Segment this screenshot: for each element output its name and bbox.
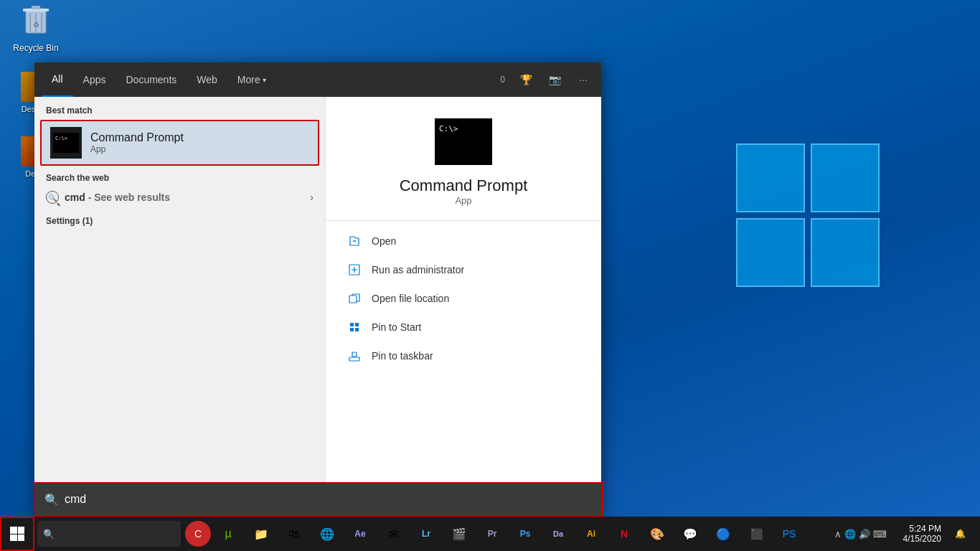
action-pin-taskbar-label: Pin to taskbar (372, 350, 433, 362)
system-icons: ∧ 🌐 🔊 ⌨ (834, 529, 887, 540)
taskbar-app-blender[interactable]: 🔵 (707, 518, 739, 550)
taskbar-app-cortana[interactable]: C (185, 521, 211, 547)
action-pin-start-label: Pin to Start (372, 321, 421, 333)
taskbar-app-mail[interactable]: ✉ (377, 518, 409, 550)
search-tabs-bar: All Apps Documents Web More ▾ 0 🏆 📷 ··· (34, 62, 601, 97)
taskbar-app-illustrator[interactable]: Ai (575, 518, 607, 550)
desktop: ♻ Recycle Bin Desktop Demo All Apps Docu… (0, 0, 980, 551)
recycle-bin-label: Recycle Bin (13, 43, 58, 53)
svg-rect-9 (350, 323, 354, 326)
more-options-icon[interactable]: ··· (573, 69, 594, 90)
search-web-section: Search the web 🔍 cmd - See web results › (34, 166, 325, 210)
windows-logo-icon (10, 527, 24, 541)
tab-badge: 0 (500, 75, 505, 85)
tab-web[interactable]: Web (187, 62, 227, 97)
action-open[interactable]: Open (326, 227, 601, 255)
notification-button[interactable]: 🔔 (946, 518, 974, 550)
search-input[interactable] (65, 493, 593, 506)
action-run-admin-label: Run as administrator (372, 264, 464, 276)
svg-rect-10 (355, 323, 359, 326)
svg-rect-13 (349, 357, 359, 361)
trophy-icon[interactable]: 🏆 (515, 69, 537, 90)
taskbar: 🔍 C µ 📁 🛍 🌐 Ae ✉ Lr (0, 517, 980, 551)
svg-rect-11 (350, 328, 354, 331)
tab-apps[interactable]: Apps (73, 62, 116, 97)
settings-header: Settings (1) (46, 216, 314, 226)
taskbar-app-ae[interactable]: Ae (344, 518, 376, 550)
pin-taskbar-icon (347, 349, 362, 363)
taskbar-app-chrome[interactable]: 🌐 (311, 518, 343, 550)
taskbar-app-lightroom[interactable]: Lr (410, 518, 442, 550)
recycle-bin-icon[interactable]: ♻ Recycle Bin (7, 6, 65, 53)
tab-more[interactable]: More ▾ (227, 62, 276, 97)
tab-action-icons: 0 🏆 📷 ··· (500, 69, 594, 90)
location-icon (347, 291, 362, 306)
keyboard-icon: ⌨ (873, 529, 887, 540)
tab-all[interactable]: All (42, 62, 73, 97)
search-web-arrow-icon: › (310, 192, 314, 203)
app-detail: Command Prompt App (326, 97, 601, 221)
admin-icon (347, 263, 362, 277)
taskbar-app-vlc[interactable]: 🎬 (443, 518, 475, 550)
search-web-header: Search the web (46, 173, 314, 183)
windows-logo-watermark (736, 143, 894, 301)
best-match-type: App (90, 144, 184, 154)
svg-rect-12 (355, 328, 359, 331)
notification-icon: 🔔 (955, 529, 966, 539)
taskbar-app-netflix[interactable]: N (608, 518, 640, 550)
action-run-admin[interactable]: Run as administrator (326, 255, 601, 284)
action-open-location-label: Open file location (372, 293, 449, 304)
action-open-label: Open (372, 235, 396, 247)
action-open-location[interactable]: Open file location (326, 284, 601, 313)
settings-section: Settings (1) (34, 210, 325, 232)
taskbar-app-powershell[interactable]: PS (773, 518, 805, 550)
taskbar-app-utorrent[interactable]: µ (212, 518, 244, 550)
search-query-text: cmd - See web results (65, 192, 170, 203)
camera-icon[interactable]: 📷 (544, 69, 565, 90)
taskbar-apps: 🔍 C µ 📁 🛍 🌐 Ae ✉ Lr (34, 518, 829, 550)
best-match-header: Best match (34, 97, 325, 120)
menu-content: Best match Command Prompt App Search the… (34, 97, 601, 517)
best-match-info: Command Prompt App (90, 131, 184, 154)
search-query-bold: cmd (65, 192, 85, 203)
time-display: 5:24 PM (909, 524, 941, 534)
cortana-search[interactable]: 🔍 (37, 521, 181, 547)
taskbar-app-chat[interactable]: 💬 (674, 518, 706, 550)
taskbar-right: ∧ 🌐 🔊 ⌨ 5:24 PM 4/15/2020 🔔 (829, 518, 980, 550)
taskbar-clock[interactable]: 5:24 PM 4/15/2020 (891, 524, 941, 544)
taskbar-app-cmd[interactable]: ⬛ (740, 518, 772, 550)
cmd-icon-small (50, 127, 82, 159)
taskbar-app-premiere[interactable]: Pr (476, 518, 508, 550)
open-icon (347, 234, 362, 248)
volume-icon: 🔊 (859, 529, 870, 540)
svg-rect-8 (349, 296, 357, 303)
taskbar-app-explorer[interactable]: 📁 (245, 518, 277, 550)
taskbar-app-davinci[interactable]: Da (542, 518, 574, 550)
action-pin-start[interactable]: Pin to Start (326, 313, 601, 342)
pin-start-icon (347, 320, 362, 334)
search-web-item[interactable]: 🔍 cmd - See web results › (46, 187, 314, 207)
svg-text:♻: ♻ (33, 21, 39, 29)
taskbar-app-store[interactable]: 🛍 (278, 518, 310, 550)
date-display: 4/15/2020 (903, 534, 941, 544)
tab-documents[interactable]: Documents (116, 62, 187, 97)
cmd-icon-large (435, 118, 492, 165)
search-web-icon: 🔍 (46, 191, 59, 204)
svg-rect-14 (352, 352, 357, 357)
app-detail-type: App (455, 195, 471, 206)
taskbar-app-ps[interactable]: Ps (509, 518, 541, 550)
action-pin-taskbar[interactable]: Pin to taskbar (326, 342, 601, 370)
start-menu: All Apps Documents Web More ▾ 0 🏆 📷 ··· (34, 62, 601, 517)
search-box-container: 🔍 (34, 482, 603, 517)
left-panel: Best match Command Prompt App Search the… (34, 97, 325, 517)
start-button[interactable] (0, 517, 34, 551)
best-match-name: Command Prompt (90, 131, 184, 144)
chevron-up-icon[interactable]: ∧ (834, 529, 842, 540)
more-chevron-icon: ▾ (263, 76, 266, 84)
right-panel: Command Prompt App Open (325, 97, 601, 517)
app-detail-name: Command Prompt (400, 176, 528, 195)
action-list: Open Run as administrator Open file loca… (326, 221, 601, 376)
taskbar-app-unknown1[interactable]: 🎨 (641, 518, 673, 550)
best-match-item[interactable]: Command Prompt App (40, 120, 319, 166)
search-see-web: - See web results (88, 192, 170, 203)
